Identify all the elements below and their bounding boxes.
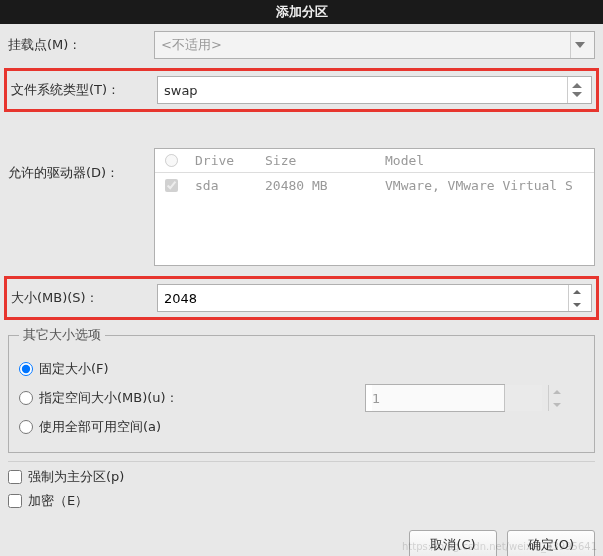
drives-header-model[interactable]: Model: [377, 153, 594, 168]
dialog-titlebar: 添加分区: [0, 0, 603, 24]
size-options-legend: 其它大小选项: [19, 326, 105, 344]
radio-all-space-input[interactable]: [19, 420, 33, 434]
check-primary[interactable]: 强制为主分区(p): [8, 468, 595, 486]
fstype-value: swap: [164, 83, 198, 98]
check-primary-input[interactable]: [8, 470, 22, 484]
radio-fill-up[interactable]: 指定空间大小(MB)(u) :: [19, 384, 584, 412]
radio-all-space[interactable]: 使用全部可用空间(a): [19, 418, 584, 436]
drives-header-check[interactable]: [155, 154, 187, 167]
radio-fixed-size-label: 固定大小(F): [39, 360, 109, 378]
size-input[interactable]: [164, 285, 562, 311]
drive-row-size: 20480 MB: [257, 178, 377, 193]
radio-fixed-size[interactable]: 固定大小(F): [19, 360, 584, 378]
drives-list[interactable]: Drive Size Model sda 20480 MB VMware, VM…: [154, 148, 595, 266]
spin-down-icon[interactable]: [569, 298, 585, 311]
drive-row-model: VMware, VMware Virtual S: [377, 178, 594, 193]
separator: [8, 461, 595, 462]
radio-fill-up-input[interactable]: [19, 391, 33, 405]
spin-up-icon[interactable]: [569, 285, 585, 298]
size-options-group: 其它大小选项 固定大小(F) 指定空间大小(MB)(u) : 使用全部可用空间(…: [8, 326, 595, 453]
mount-point-label: 挂载点(M) :: [8, 36, 154, 54]
drives-header: Drive Size Model: [155, 149, 594, 173]
drive-row[interactable]: sda 20480 MB VMware, VMware Virtual S: [155, 173, 594, 197]
chevron-down-icon: [570, 32, 588, 58]
size-row: 大小(MB)(S) :: [11, 283, 592, 313]
drives-header-drive[interactable]: Drive: [187, 153, 257, 168]
fill-up-input: [372, 385, 542, 411]
drives-header-size[interactable]: Size: [257, 153, 377, 168]
spin-down-icon: [549, 398, 565, 411]
cancel-button[interactable]: 取消(C): [409, 530, 497, 556]
mount-point-value: <不适用>: [161, 36, 222, 54]
ok-button[interactable]: 确定(O): [507, 530, 595, 556]
button-bar: 取消(C) 确定(O): [0, 520, 603, 556]
radio-all-space-label: 使用全部可用空间(a): [39, 418, 161, 436]
radio-fixed-size-input[interactable]: [19, 362, 33, 376]
mount-point-row: 挂载点(M) : <不适用>: [8, 30, 595, 60]
fill-up-spin: [365, 384, 505, 412]
radio-fill-up-label: 指定空间大小(MB)(u) :: [39, 389, 239, 407]
ok-button-label: 确定(O): [528, 536, 574, 554]
header-radio-icon: [165, 154, 178, 167]
fstype-label: 文件系统类型(T) :: [11, 81, 157, 99]
check-primary-label: 强制为主分区(p): [28, 468, 124, 486]
size-spin[interactable]: [157, 284, 592, 312]
drive-row-name: sda: [187, 178, 257, 193]
dialog-title: 添加分区: [276, 3, 328, 21]
updown-icon: [567, 77, 585, 103]
size-highlight: 大小(MB)(S) :: [4, 276, 599, 320]
check-encrypt[interactable]: 加密（E）: [8, 492, 595, 510]
check-encrypt-label: 加密（E）: [28, 492, 88, 510]
dialog-content: 挂载点(M) : <不适用> 文件系统类型(T) : swap: [0, 24, 603, 520]
size-label: 大小(MB)(S) :: [11, 289, 157, 307]
check-encrypt-input[interactable]: [8, 494, 22, 508]
fstype-highlight: 文件系统类型(T) : swap: [4, 68, 599, 112]
drive-row-checkbox[interactable]: [165, 179, 178, 192]
fstype-combo[interactable]: swap: [157, 76, 592, 104]
mount-point-combo[interactable]: <不适用>: [154, 31, 595, 59]
cancel-button-label: 取消(C): [430, 536, 475, 554]
drives-label: 允许的驱动器(D) :: [8, 118, 154, 182]
spin-up-icon: [549, 385, 565, 398]
fstype-row: 文件系统类型(T) : swap: [11, 75, 592, 105]
